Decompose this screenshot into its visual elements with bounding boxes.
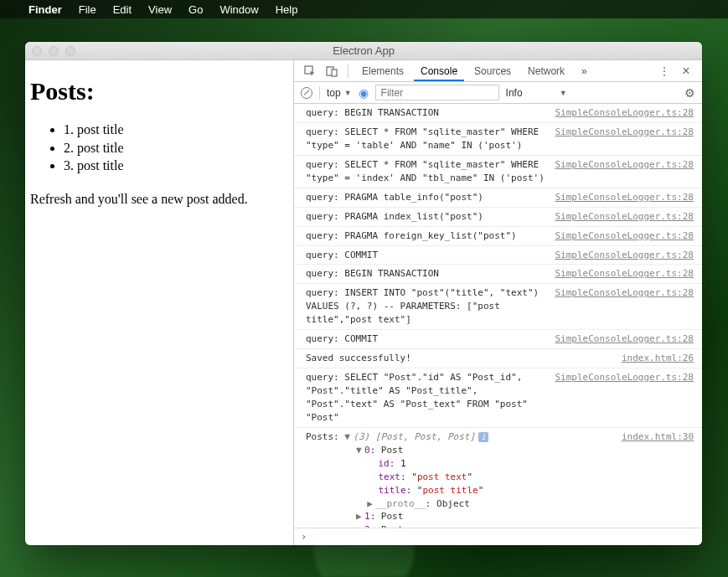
console-source-link[interactable]: SimpleConsoleLogger.ts:28 xyxy=(555,106,694,120)
menubar-item-edit[interactable]: Edit xyxy=(113,3,132,16)
console-message: query: SELECT "Post"."id" AS "Post_id", … xyxy=(306,371,548,425)
console-row[interactable]: query: PRAGMA foreign_key_list("post")Si… xyxy=(294,226,702,245)
console-row[interactable]: query: SELECT * FROM "sqlite_master" WHE… xyxy=(294,122,702,155)
app-window: Electron App Posts: 1. post title 2. pos… xyxy=(25,42,702,545)
log-level-selector[interactable]: Info ▼ xyxy=(506,87,567,99)
console-source-link[interactable]: SimpleConsoleLogger.ts:28 xyxy=(555,332,694,346)
console-row[interactable]: query: SELECT "Post"."id" AS "Post_id", … xyxy=(294,368,702,427)
tab-console[interactable]: Console xyxy=(414,61,464,81)
devtools-close-icon[interactable]: × xyxy=(677,62,695,80)
minimize-window-icon[interactable] xyxy=(49,46,59,56)
console-source-link[interactable]: SimpleConsoleLogger.ts:28 xyxy=(555,267,694,281)
menubar-app-name[interactable]: Finder xyxy=(28,3,62,16)
devtools-menu-icon[interactable]: ⋮ xyxy=(655,62,674,80)
console-message: query: COMMIT xyxy=(306,332,548,346)
console-row-object[interactable]: Posts: ▼(3) [Post, Post, Post]i▼0: Post … xyxy=(294,427,702,528)
menubar-item-view[interactable]: View xyxy=(148,3,172,16)
clear-console-icon[interactable] xyxy=(301,87,312,99)
zoom-window-icon[interactable] xyxy=(65,46,75,56)
console-message: Saved successfully! xyxy=(306,352,615,365)
console-output[interactable]: query: BEGIN TRANSACTIONSimpleConsoleLog… xyxy=(294,104,702,528)
chevron-down-icon: ▼ xyxy=(344,89,352,97)
tab-network[interactable]: Network xyxy=(521,61,571,81)
page-heading: Posts: xyxy=(30,77,288,106)
tabs-overflow-icon[interactable]: » xyxy=(575,61,594,81)
list-item: 3. post title xyxy=(64,157,288,175)
console-settings-icon[interactable]: ⚙ xyxy=(684,86,695,100)
console-row[interactable]: query: PRAGMA index_list("post")SimpleCo… xyxy=(294,207,702,226)
list-item: 1. post title xyxy=(64,121,288,139)
console-message: query: SELECT * FROM "sqlite_master" WHE… xyxy=(306,158,548,185)
console-message: query: BEGIN TRANSACTION xyxy=(306,267,548,281)
devtools-panel: Elements Console Sources Network » ⋮ × t… xyxy=(293,60,702,545)
console-prompt[interactable]: › xyxy=(294,528,702,545)
page-content: Posts: 1. post title 2. post title 3. po… xyxy=(25,60,293,545)
console-row[interactable]: query: COMMITSimpleConsoleLogger.ts:28 xyxy=(294,245,702,265)
console-message: query: SELECT * FROM "sqlite_master" WHE… xyxy=(306,126,548,152)
inspect-element-icon[interactable] xyxy=(301,62,319,80)
console-source-link[interactable]: SimpleConsoleLogger.ts:28 xyxy=(555,229,694,243)
console-toolbar: top ▼ ◉ Info ▼ ⚙ xyxy=(294,82,702,104)
tab-sources[interactable]: Sources xyxy=(467,61,518,81)
menubar-item-window[interactable]: Window xyxy=(219,3,258,16)
device-toolbar-icon[interactable] xyxy=(323,62,341,80)
console-row[interactable]: query: INSERT INTO "post"("title", "text… xyxy=(294,283,702,329)
console-message: query: PRAGMA index_list("post") xyxy=(306,210,548,224)
svg-rect-2 xyxy=(332,70,337,76)
info-icon: i xyxy=(478,432,488,442)
menubar-item-go[interactable]: Go xyxy=(188,3,203,16)
devtools-tabbar: Elements Console Sources Network » ⋮ × xyxy=(294,60,702,82)
console-message: query: BEGIN TRANSACTION xyxy=(306,106,548,120)
list-item: 2. post title xyxy=(64,139,288,157)
chevron-down-icon: ▼ xyxy=(560,89,567,97)
traffic-lights xyxy=(32,46,75,56)
console-row[interactable]: query: BEGIN TRANSACTIONSimpleConsoleLog… xyxy=(294,104,702,122)
console-source-link[interactable]: index.html:26 xyxy=(622,352,694,365)
console-source-link[interactable]: SimpleConsoleLogger.ts:28 xyxy=(555,371,694,384)
close-window-icon[interactable] xyxy=(32,46,42,56)
console-source-link[interactable]: SimpleConsoleLogger.ts:28 xyxy=(555,191,694,204)
console-source-link[interactable]: SimpleConsoleLogger.ts:28 xyxy=(555,126,694,139)
console-row[interactable]: Saved successfully!index.html:26 xyxy=(294,348,702,368)
window-title: Electron App xyxy=(25,44,702,57)
show-console-sidebar-icon[interactable]: ◉ xyxy=(359,86,369,100)
console-message: query: PRAGMA table_info("post") xyxy=(306,191,548,204)
posts-list: 1. post title 2. post title 3. post titl… xyxy=(30,121,288,175)
console-source-link[interactable]: SimpleConsoleLogger.ts:28 xyxy=(555,210,694,224)
context-selector[interactable]: top ▼ xyxy=(327,87,352,99)
console-source-link[interactable]: SimpleConsoleLogger.ts:28 xyxy=(555,158,694,172)
menubar-item-file[interactable]: File xyxy=(79,3,96,16)
menubar-item-help[interactable]: Help xyxy=(276,3,298,16)
console-row[interactable]: query: COMMITSimpleConsoleLogger.ts:28 xyxy=(294,329,702,348)
console-message: query: INSERT INTO "post"("title", "text… xyxy=(306,286,548,327)
console-row[interactable]: query: SELECT * FROM "sqlite_master" WHE… xyxy=(294,155,702,188)
console-row[interactable]: query: PRAGMA table_info("post")SimpleCo… xyxy=(294,188,702,207)
context-label: top xyxy=(327,87,341,99)
log-level-label: Info xyxy=(506,87,523,99)
console-filter-input[interactable] xyxy=(375,85,499,100)
console-message: query: COMMIT xyxy=(306,249,548,262)
console-row[interactable]: query: BEGIN TRANSACTIONSimpleConsoleLog… xyxy=(294,264,702,283)
hint-text: Refresh and you'll see a new post added. xyxy=(30,192,288,207)
console-source-link[interactable]: index.html:30 xyxy=(622,430,694,444)
tab-elements[interactable]: Elements xyxy=(355,61,410,81)
titlebar[interactable]: Electron App xyxy=(25,42,702,60)
console-source-link[interactable]: SimpleConsoleLogger.ts:28 xyxy=(555,286,694,300)
console-message: query: PRAGMA foreign_key_list("post") xyxy=(306,229,548,243)
console-source-link[interactable]: SimpleConsoleLogger.ts:28 xyxy=(555,249,694,262)
macos-menubar: Finder File Edit View Go Window Help xyxy=(0,0,728,18)
